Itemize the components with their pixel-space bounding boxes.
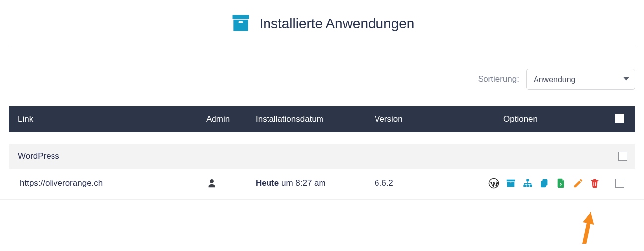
svg-rect-8: [523, 185, 526, 187]
svg-rect-0: [232, 15, 249, 19]
table-header-row: Link Admin Installationsdatum Version Op…: [9, 106, 635, 132]
annotation-arrow-icon: [575, 208, 598, 244]
file-zip-icon[interactable]: [556, 178, 567, 189]
cell-install-date: Heute um 8:27 am: [256, 178, 375, 188]
page-title: Installierte Anwendungen: [260, 16, 415, 32]
svg-rect-2: [238, 21, 243, 23]
wordpress-icon[interactable]: [488, 178, 499, 189]
col-link: Link: [18, 114, 206, 124]
svg-rect-9: [526, 185, 529, 187]
group-row-wordpress: WordPress: [9, 144, 635, 169]
group-checkbox[interactable]: [618, 152, 627, 161]
svg-rect-10: [530, 185, 532, 187]
col-options: Optionen: [503, 114, 602, 124]
svg-rect-16: [593, 182, 594, 186]
row-checkbox[interactable]: [615, 179, 624, 188]
col-install-date: Installationsdatum: [256, 114, 375, 124]
sitemap-icon[interactable]: [522, 178, 533, 189]
divider: [9, 45, 635, 45]
edit-pencil-icon[interactable]: [573, 178, 584, 189]
date-relative: Heute: [256, 178, 279, 188]
svg-rect-12: [541, 181, 546, 187]
svg-rect-7: [526, 179, 529, 182]
package-icon[interactable]: [505, 178, 516, 189]
sort-select[interactable]: Anwendung: [526, 69, 635, 90]
col-version: Version: [375, 114, 503, 124]
copy-icon[interactable]: [539, 178, 550, 189]
page-header: Installierte Anwendungen: [9, 0, 635, 45]
select-all-checkbox[interactable]: [615, 114, 624, 123]
svg-rect-4: [507, 180, 515, 182]
cell-admin: [206, 178, 256, 189]
admin-login-button[interactable]: [206, 178, 217, 189]
svg-rect-13: [560, 183, 561, 184]
svg-rect-14: [561, 184, 562, 185]
svg-rect-15: [560, 185, 561, 186]
cell-options: [503, 178, 602, 189]
cell-link: https://oliverorange.ch: [18, 178, 206, 188]
archive-box-icon: [230, 12, 252, 36]
date-time: um 8:27 am: [279, 178, 326, 188]
svg-rect-17: [595, 182, 596, 186]
col-admin: Admin: [206, 114, 256, 124]
sort-label: Sortierung:: [478, 74, 519, 84]
group-name: WordPress: [18, 151, 605, 161]
trash-icon[interactable]: [590, 178, 600, 189]
svg-rect-6: [510, 183, 512, 183]
footer-area: [0, 199, 644, 244]
installed-apps-table: Link Admin Installationsdatum Version Op…: [9, 106, 635, 198]
cell-version: 6.6.2: [375, 178, 503, 188]
sort-controls: Sortierung: Anwendung: [9, 52, 635, 106]
table-row: https://oliverorange.ch Heute um 8:27 am…: [9, 169, 635, 198]
site-link[interactable]: https://oliverorange.ch: [20, 178, 103, 188]
